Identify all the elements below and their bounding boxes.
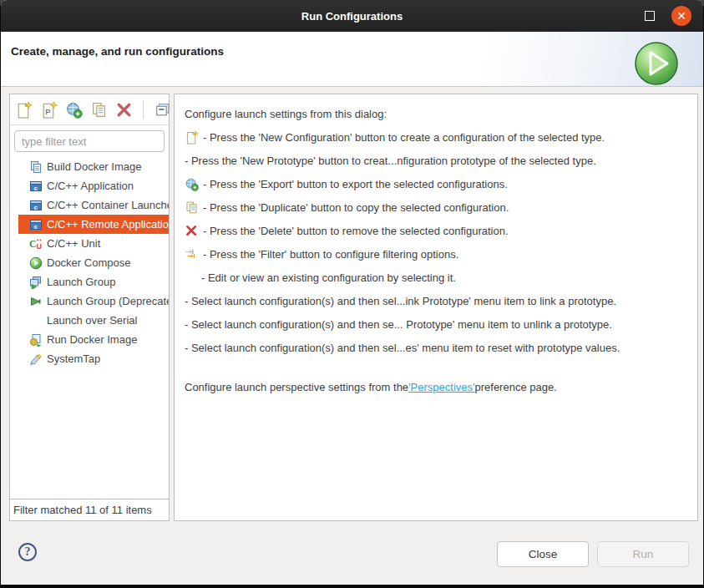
titlebar: Run Configurations ✕ [1, 0, 703, 32]
tree-item-systemtap[interactable]: SystemTap [18, 349, 169, 368]
help-button[interactable]: ? [18, 543, 37, 561]
tree-toolbar [10, 94, 169, 125]
tree-item-label: Launch Group (Deprecated) [47, 295, 169, 307]
toolbar-separator [143, 100, 144, 119]
perspective-settings-line: Configure launch perspective settings fr… [180, 375, 692, 398]
dialog-header-title: Create, manage, and run configurations [11, 45, 224, 58]
tree-item-label: Build Docker Image [47, 160, 141, 173]
instruction-unlink-prototype: - Select launch configuration(s) and the… [180, 312, 692, 336]
export-button[interactable] [65, 101, 83, 119]
launch-group-icon [29, 276, 43, 289]
delete-icon [185, 224, 199, 238]
perspective-prefix: Configure launch perspective settings fr… [185, 381, 408, 393]
run-docker-image-icon [29, 333, 43, 347]
instruction-text: - Select launch configuration(s) and the… [185, 342, 620, 354]
instruction-text: - Press the 'Duplicate' button to copy t… [203, 201, 509, 214]
docker-compose-icon [29, 256, 43, 270]
instruction-text: - Press the 'Delete' button to remove th… [203, 225, 509, 237]
tree-item-launch-group-deprecated[interactable]: Launch Group (Deprecated) [18, 291, 169, 311]
cpp-application-icon [29, 199, 43, 212]
tree-item-label: Docker Compose [47, 256, 130, 269]
duplicate-icon [185, 200, 199, 215]
close-window-button[interactable]: ✕ [671, 6, 691, 26]
tree-item-docker-compose[interactable]: Docker Compose [18, 253, 169, 272]
systemtap-icon [29, 352, 43, 366]
filter-icon [185, 247, 199, 261]
filter-input[interactable] [14, 130, 165, 152]
tree-item-cpp-application[interactable]: C/C++ Application [18, 176, 169, 195]
tree-item-run-docker-image[interactable]: Run Docker Image [18, 330, 169, 349]
dialog-header: Create, manage, and run configurations [1, 32, 703, 86]
tree-item-label: SystemTap [47, 352, 100, 365]
perspectives-link[interactable]: 'Perspectives' [408, 381, 474, 393]
run-button[interactable]: Run [597, 541, 689, 567]
instruction-duplicate: - Press the 'Duplicate' button to copy t… [180, 195, 692, 219]
tree-item-label: Launch over Serial [47, 314, 137, 327]
instruction-text: - Edit or view an existing configuration… [201, 271, 456, 284]
close-button[interactable]: Close [497, 541, 589, 567]
instruction-new-prototype: - Press the 'New Prototype' button to cr… [180, 149, 692, 172]
run-configurations-icon [633, 40, 680, 87]
window-title: Run Configurations [301, 10, 403, 23]
launch-types-panel: Build Docker Image C/C++ Application C/C… [9, 94, 170, 521]
tree-item-label: Run Docker Image [47, 333, 137, 346]
cpp-application-icon [29, 218, 43, 231]
tree-item-label: C/C++ Container Launcher [47, 199, 169, 211]
build-docker-image-icon [29, 160, 43, 174]
instruction-text: - Press the 'New Prototype' button to cr… [185, 155, 596, 167]
tree-item-build-docker-image[interactable]: Build Docker Image [18, 157, 169, 176]
tree-item-cpp-container-launcher[interactable]: C/C++ Container Launcher [18, 195, 169, 215]
instruction-export: - Press the 'Export' button to export th… [180, 172, 692, 195]
maximize-button[interactable] [645, 11, 655, 21]
export-icon [185, 177, 199, 191]
tree-item-launch-group[interactable]: Launch Group [18, 272, 169, 291]
cpp-application-icon [29, 180, 43, 193]
instruction-filter: - Press the 'Filter' button to configure… [180, 242, 692, 266]
instruction-text: - Press the 'Export' button to export th… [203, 178, 508, 190]
launch-group-deprecated-icon [29, 295, 43, 308]
instruction-link-prototype: - Select launch configuration(s) and the… [180, 289, 692, 312]
header-separator [1, 86, 703, 87]
tree-item-label: Launch Group [47, 276, 115, 288]
instructions-intro: Configure launch settings from this dial… [180, 102, 692, 125]
cpp-unit-icon [29, 237, 43, 251]
collapse-all-button[interactable] [154, 101, 171, 119]
blank-icon [29, 314, 43, 327]
tree-item-label: C/C++ Unit [47, 237, 100, 250]
instruction-delete: - Press the 'Delete' button to remove th… [180, 219, 692, 242]
instruction-text: - Press the 'New Configuration' button t… [203, 131, 605, 144]
instruction-text: - Select launch configuration(s) and the… [185, 295, 616, 307]
new-prototype-button[interactable] [40, 101, 58, 119]
instruction-edit-view: - Edit or view an existing configuration… [180, 266, 692, 289]
instruction-new-configuration: - Press the 'New Configuration' button t… [180, 125, 692, 149]
run-configurations-dialog: Run Configurations ✕ Create, manage, and… [0, 0, 704, 588]
duplicate-button[interactable] [90, 101, 108, 119]
tree-item-cpp-unit[interactable]: C/C++ Unit [18, 234, 169, 253]
new-configuration-icon [185, 130, 199, 144]
instruction-reset-prototype: - Select launch configuration(s) and the… [180, 336, 692, 359]
instructions-panel: Configure launch settings from this dial… [174, 94, 698, 521]
new-configuration-button[interactable] [15, 101, 33, 119]
tree-item-label: C/C++ Application [47, 180, 134, 192]
instructions-intro-text: Configure launch settings from this dial… [185, 108, 387, 120]
tree-item-launch-over-serial[interactable]: Launch over Serial [18, 311, 169, 330]
question-mark-icon: ? [25, 545, 31, 559]
tree-item-cpp-remote-application[interactable]: C/C++ Remote Application [18, 215, 169, 234]
delete-button[interactable] [115, 101, 133, 119]
tree-item-label: C/C++ Remote Application [47, 218, 169, 231]
perspective-suffix: preference page. [474, 381, 556, 393]
configuration-type-tree: Build Docker Image C/C++ Application C/C… [10, 155, 169, 499]
filter-match-status: Filter matched 11 of 11 items [10, 499, 169, 520]
instruction-text: - Select launch configuration(s) and the… [185, 318, 612, 331]
close-icon: ✕ [676, 10, 686, 22]
instruction-text: - Press the 'Filter' button to configure… [203, 248, 458, 261]
